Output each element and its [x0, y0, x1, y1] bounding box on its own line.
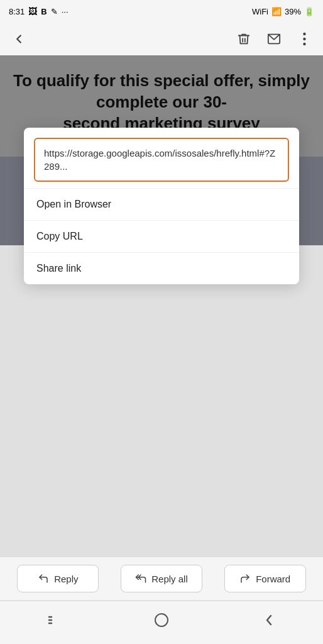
reply-all-button[interactable]: Reply all: [121, 565, 202, 592]
copy-url-item[interactable]: Copy URL: [24, 220, 299, 252]
forward-button[interactable]: Forward: [224, 565, 306, 592]
battery-icon: 🔋: [304, 7, 314, 16]
back-chevron-icon: [263, 613, 275, 628]
nav-left: [10, 30, 28, 48]
reply-label: Reply: [54, 574, 78, 584]
svg-point-3: [303, 43, 305, 45]
home-circle-icon: [154, 613, 169, 628]
reply-all-label: Reply all: [151, 574, 188, 584]
top-nav: [0, 23, 323, 55]
wifi-icon: WiFi: [252, 7, 268, 16]
content-wrapper: To qualify for this special offer, simpl…: [0, 55, 323, 557]
status-bar: 8:31 🖼 B ✎ ··· WiFi 📶 39% 🔋: [0, 0, 323, 23]
status-left: 8:31 🖼 B ✎ ···: [9, 6, 68, 16]
photo-icon: 🖼: [28, 6, 37, 16]
more-options-button[interactable]: [295, 30, 313, 48]
delete-button[interactable]: [235, 30, 253, 48]
sys-back-button[interactable]: [253, 608, 285, 633]
mail-button[interactable]: [265, 30, 283, 48]
svg-point-1: [303, 33, 305, 35]
hamburger-icon: [47, 614, 61, 626]
sys-nav: [0, 601, 323, 644]
svg-point-2: [303, 38, 305, 40]
signal-icon: 📶: [271, 7, 282, 16]
svg-point-7: [155, 614, 168, 626]
reply-all-icon: [135, 573, 146, 584]
open-in-browser-item[interactable]: Open in Browser: [24, 188, 299, 220]
back-button[interactable]: [10, 30, 28, 48]
forward-label: Forward: [256, 574, 290, 584]
edit-icon: ✎: [51, 7, 58, 16]
nav-right: [235, 30, 313, 48]
time-display: 8:31: [9, 7, 25, 16]
bold-icon: B: [41, 7, 47, 16]
more-dots-icon: ···: [62, 7, 68, 16]
sys-home-button[interactable]: [146, 608, 177, 633]
reply-icon: [38, 573, 49, 584]
status-right: WiFi 📶 39% 🔋: [252, 7, 314, 16]
context-menu: https://storage.googleapis.com/issosales…: [24, 128, 299, 284]
action-bar: Reply Reply all Forward: [0, 557, 323, 600]
forward-icon: [239, 573, 251, 584]
battery-display: 39%: [285, 7, 301, 16]
url-display: https://storage.googleapis.com/issosales…: [34, 138, 289, 182]
sys-menu-button[interactable]: [38, 608, 70, 633]
reply-button[interactable]: Reply: [17, 565, 99, 592]
share-link-item[interactable]: Share link: [24, 252, 299, 284]
email-content: To qualify for this special offer, simpl…: [0, 55, 323, 157]
